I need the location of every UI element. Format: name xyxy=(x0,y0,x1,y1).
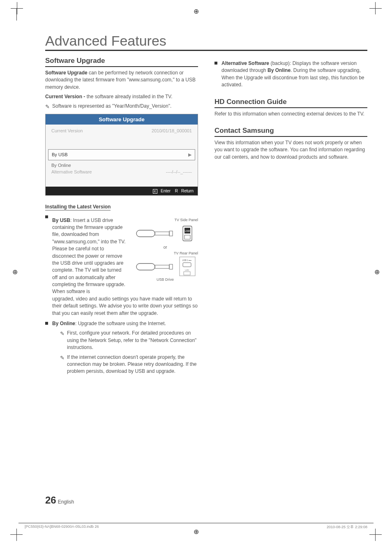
footer-timestamp: 2010-08-25 오후 2:29:08 xyxy=(327,525,367,530)
right-column: Alternative Software (backup): Displays … xyxy=(214,57,367,378)
note-icon: ✎ xyxy=(60,354,65,362)
svg-text:LAN: LAN xyxy=(185,269,189,271)
svg-rect-2 xyxy=(169,231,173,236)
bullet-square-icon xyxy=(45,322,48,325)
bullet-square-icon xyxy=(214,62,217,65)
alternative-software-row: Alternative Software ----/--/--_------ xyxy=(46,169,198,187)
software-note: ✎ Software is represented as "Year/Month… xyxy=(45,103,198,110)
by-online-note-1: ✎ First, configure your network. For det… xyxy=(60,330,198,351)
installing-subhead: Installing the Latest Version xyxy=(45,204,111,210)
note-icon: ✎ xyxy=(60,330,65,338)
svg-rect-12 xyxy=(183,263,191,267)
software-upgrade-dialog: Software Upgrade Current Version 2010/01… xyxy=(45,114,198,196)
by-online-note-2: ✎ If the internet connection doesn't ope… xyxy=(60,354,198,375)
software-upgrade-heading: Software Upgrade xyxy=(45,57,198,67)
current-version-line: Current Version - the software already i… xyxy=(45,93,198,100)
hd-connection-heading: HD Connection Guide xyxy=(214,98,367,108)
svg-rect-14 xyxy=(184,272,190,275)
svg-rect-1 xyxy=(155,232,169,235)
contact-samsung-text: View this information when your TV does … xyxy=(214,139,367,161)
svg-rect-0 xyxy=(136,230,155,237)
hd-connection-text: Refer to this information when connectin… xyxy=(214,111,367,118)
bullet-square-icon xyxy=(45,215,48,218)
svg-rect-6 xyxy=(184,235,190,239)
contact-samsung-heading: Contact Samsung xyxy=(214,127,367,137)
svg-text:USB: USB xyxy=(185,230,190,232)
page-number: 26English xyxy=(45,494,74,506)
by-usb-option[interactable]: By USB ▶ xyxy=(48,149,195,160)
usb-diagram: TV Side Panel USB or TV Rear Panel xyxy=(132,217,198,296)
arrow-right-icon: ▶ xyxy=(188,152,191,157)
by-usb-bullet: By USB: Insert a USB drive containing th… xyxy=(45,214,198,296)
footer-meta: [PC550(63)-NA]BN68-02900A-05L03.indb 26 … xyxy=(25,523,367,530)
left-column: Software Upgrade Software Upgrade can be… xyxy=(45,57,198,378)
enter-icon: E xyxy=(153,189,157,194)
dialog-footer: EEnter RReturn xyxy=(46,187,198,195)
alternative-software-bullet: Alternative Software (backup): Displays … xyxy=(214,60,367,89)
return-icon: R xyxy=(175,189,178,193)
svg-text:USB 1 ⟵: USB 1 ⟵ xyxy=(182,259,192,261)
current-version-row: Current Version 2010/01/18_000001 xyxy=(46,125,198,137)
by-usb-continuation: upgraded, video and audio settings you h… xyxy=(52,296,198,317)
by-online-bullet: By Online: Upgrade the software using th… xyxy=(45,320,198,327)
note-icon: ✎ xyxy=(45,104,50,110)
by-online-option[interactable]: By Online xyxy=(46,160,198,169)
page-title: Advanced Features xyxy=(45,33,367,51)
svg-rect-9 xyxy=(169,264,173,269)
svg-rect-7 xyxy=(136,263,155,270)
svg-rect-8 xyxy=(155,265,169,268)
software-upgrade-intro: Software Upgrade can be performed by net… xyxy=(45,69,198,91)
footer-filename: [PC550(63)-NA]BN68-02900A-05L03.indb 26 xyxy=(25,525,99,530)
dialog-title: Software Upgrade xyxy=(46,114,198,125)
